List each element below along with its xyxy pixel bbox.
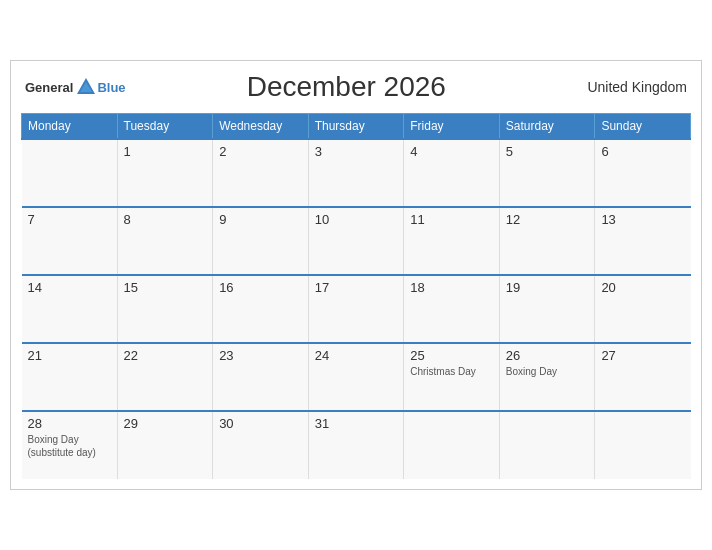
day-cell: 28Boxing Day(substitute day) (22, 411, 118, 479)
calendar-container: General Blue December 2026 United Kingdo… (10, 60, 702, 490)
day-number: 31 (315, 416, 398, 431)
day-number: 23 (219, 348, 302, 363)
day-cell: 13 (595, 207, 691, 275)
day-number: 6 (601, 144, 684, 159)
day-event: Christmas Day (410, 365, 493, 378)
day-cell: 5 (499, 139, 595, 207)
day-cell: 24 (308, 343, 404, 411)
week-row-1: 78910111213 (22, 207, 691, 275)
day-number: 12 (506, 212, 589, 227)
day-number: 1 (124, 144, 207, 159)
day-cell: 17 (308, 275, 404, 343)
day-number: 13 (601, 212, 684, 227)
day-cell: 22 (117, 343, 213, 411)
day-cell: 16 (213, 275, 309, 343)
logo-general-text: General (25, 80, 73, 95)
day-cell: 25Christmas Day (404, 343, 500, 411)
day-headers-row: Monday Tuesday Wednesday Thursday Friday… (22, 114, 691, 140)
day-event: Boxing Day (506, 365, 589, 378)
day-number: 22 (124, 348, 207, 363)
day-cell: 31 (308, 411, 404, 479)
logo-icon (75, 76, 97, 98)
day-number: 27 (601, 348, 684, 363)
day-cell (595, 411, 691, 479)
day-cell: 29 (117, 411, 213, 479)
day-event: Boxing Day(substitute day) (28, 433, 111, 459)
day-cell (499, 411, 595, 479)
calendar-region: United Kingdom (567, 79, 687, 95)
day-number: 25 (410, 348, 493, 363)
day-cell: 19 (499, 275, 595, 343)
logo-blue-text: Blue (97, 80, 125, 95)
col-header-monday: Monday (22, 114, 118, 140)
day-number: 9 (219, 212, 302, 227)
day-number: 15 (124, 280, 207, 295)
day-cell: 7 (22, 207, 118, 275)
day-number: 7 (28, 212, 111, 227)
day-cell: 14 (22, 275, 118, 343)
day-number: 4 (410, 144, 493, 159)
day-number: 17 (315, 280, 398, 295)
week-row-4: 28Boxing Day(substitute day)293031 (22, 411, 691, 479)
day-cell: 1 (117, 139, 213, 207)
day-number: 26 (506, 348, 589, 363)
calendar-body: 1234567891011121314151617181920212223242… (22, 139, 691, 479)
day-number: 5 (506, 144, 589, 159)
day-cell: 12 (499, 207, 595, 275)
col-header-tuesday: Tuesday (117, 114, 213, 140)
day-number: 16 (219, 280, 302, 295)
day-number: 29 (124, 416, 207, 431)
day-cell: 18 (404, 275, 500, 343)
day-number: 14 (28, 280, 111, 295)
day-number: 28 (28, 416, 111, 431)
logo: General Blue (25, 76, 126, 98)
day-number: 19 (506, 280, 589, 295)
col-header-friday: Friday (404, 114, 500, 140)
day-number: 3 (315, 144, 398, 159)
col-header-wednesday: Wednesday (213, 114, 309, 140)
day-cell: 8 (117, 207, 213, 275)
week-row-2: 14151617181920 (22, 275, 691, 343)
day-cell: 6 (595, 139, 691, 207)
day-number: 20 (601, 280, 684, 295)
day-number: 18 (410, 280, 493, 295)
col-header-thursday: Thursday (308, 114, 404, 140)
day-cell: 9 (213, 207, 309, 275)
day-cell: 4 (404, 139, 500, 207)
day-cell (404, 411, 500, 479)
week-row-0: 123456 (22, 139, 691, 207)
day-cell: 11 (404, 207, 500, 275)
day-cell: 27 (595, 343, 691, 411)
day-cell: 10 (308, 207, 404, 275)
calendar-grid: Monday Tuesday Wednesday Thursday Friday… (21, 113, 691, 479)
day-cell (22, 139, 118, 207)
day-number: 10 (315, 212, 398, 227)
day-cell: 23 (213, 343, 309, 411)
day-cell: 3 (308, 139, 404, 207)
day-cell: 15 (117, 275, 213, 343)
day-number: 8 (124, 212, 207, 227)
day-cell: 20 (595, 275, 691, 343)
day-number: 2 (219, 144, 302, 159)
col-header-saturday: Saturday (499, 114, 595, 140)
calendar-title: December 2026 (126, 71, 567, 103)
day-number: 21 (28, 348, 111, 363)
col-header-sunday: Sunday (595, 114, 691, 140)
day-cell: 2 (213, 139, 309, 207)
day-cell: 30 (213, 411, 309, 479)
day-number: 24 (315, 348, 398, 363)
week-row-3: 2122232425Christmas Day26Boxing Day27 (22, 343, 691, 411)
calendar-header: General Blue December 2026 United Kingdo… (21, 71, 691, 103)
day-cell: 26Boxing Day (499, 343, 595, 411)
day-number: 30 (219, 416, 302, 431)
day-number: 11 (410, 212, 493, 227)
day-cell: 21 (22, 343, 118, 411)
